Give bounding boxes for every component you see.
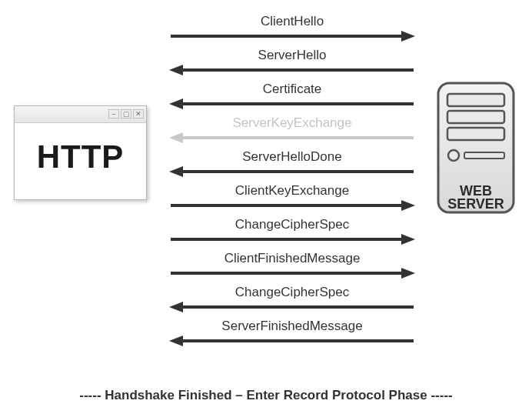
message-label: ServerHello	[169, 48, 415, 64]
svg-rect-2	[447, 111, 504, 123]
message-label: ClientFinishedMessage	[169, 251, 415, 267]
svg-marker-23	[169, 302, 183, 312]
message-row: ChangeCipherSpec	[169, 217, 415, 251]
message-row: ServerKeyExchange	[169, 115, 415, 149]
message-row: Certificate	[169, 82, 415, 115]
message-label: ServerKeyExchange	[169, 115, 415, 132]
message-label: ServerFinishedMessage	[169, 319, 415, 335]
message-label: ServerHelloDone	[169, 149, 415, 165]
svg-marker-17	[401, 200, 415, 211]
message-label: ChangeCipherSpec	[169, 217, 415, 233]
web-server: WEB SERVER	[434, 78, 518, 217]
message-label: ChangeCipherSpec	[169, 285, 415, 301]
arrow-right-icon	[169, 30, 415, 42]
arrow-right-icon	[169, 199, 415, 212]
client-browser: – ▢ ✕ HTTP	[14, 105, 147, 200]
server-label: WEB SERVER	[434, 185, 518, 211]
svg-marker-9	[169, 65, 183, 75]
arrow-left-icon	[169, 98, 415, 110]
svg-marker-13	[169, 132, 183, 143]
handshake-diagram: – ▢ ✕ HTTP WEB SERVER ClientHell	[8, 8, 524, 406]
arrow-left-icon	[169, 64, 415, 76]
svg-rect-1	[447, 94, 504, 106]
message-label: ClientHello	[169, 14, 415, 30]
svg-marker-21	[401, 268, 415, 279]
arrow-left-icon	[169, 165, 415, 178]
svg-point-4	[448, 150, 459, 161]
arrow-left-icon	[169, 132, 415, 144]
client-browser-titlebar: – ▢ ✕	[15, 106, 146, 123]
footer-text: ----- Handshake Finished – Enter Record …	[8, 388, 524, 403]
close-icon: ✕	[133, 109, 144, 119]
window-buttons: – ▢ ✕	[108, 109, 144, 119]
arrow-left-icon	[169, 335, 415, 347]
arrow-right-icon	[169, 233, 415, 245]
svg-marker-7	[401, 31, 415, 42]
arrow-left-icon	[169, 301, 415, 313]
svg-marker-25	[169, 336, 183, 346]
minimize-icon: –	[108, 109, 119, 119]
client-label: HTTP	[15, 123, 146, 175]
message-row: ServerHello	[169, 48, 415, 82]
message-row: ClientHello	[169, 14, 415, 48]
message-sequence: ClientHello ServerHello Certificate Serv…	[169, 14, 415, 352]
message-row: ClientKeyExchange	[169, 183, 415, 217]
server-label-line2: SERVER	[447, 196, 504, 212]
message-label: Certificate	[169, 82, 415, 98]
message-row: ChangeCipherSpec	[169, 285, 415, 319]
svg-marker-11	[169, 98, 183, 109]
svg-marker-19	[401, 234, 415, 245]
message-row: ClientFinishedMessage	[169, 251, 415, 285]
svg-marker-15	[169, 166, 183, 177]
arrow-right-icon	[169, 267, 415, 279]
message-label: ClientKeyExchange	[169, 183, 415, 199]
message-row: ServerHelloDone	[169, 149, 415, 183]
svg-rect-3	[447, 128, 504, 140]
message-row: ServerFinishedMessage	[169, 319, 415, 352]
maximize-icon: ▢	[121, 109, 131, 119]
svg-rect-5	[464, 152, 504, 159]
